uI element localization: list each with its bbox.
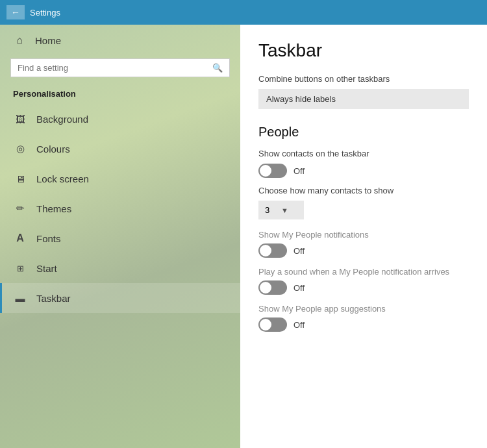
- colours-icon: ◎: [13, 142, 27, 156]
- contacts-count-value: 3: [265, 205, 281, 215]
- sidebar: ⌂ Home 🔍 Personalisation 🖼 Background ◎ …: [0, 25, 240, 448]
- my-people-notifications-toggle[interactable]: [258, 243, 287, 258]
- play-sound-toggle[interactable]: [258, 280, 287, 295]
- fonts-icon: A: [13, 231, 27, 245]
- my-people-notifications-label: Show My People notifications: [258, 230, 469, 240]
- sidebar-item-fonts[interactable]: A Fonts: [0, 223, 240, 253]
- search-input[interactable]: [18, 63, 212, 73]
- fonts-label: Fonts: [36, 233, 61, 244]
- home-label: Home: [35, 35, 61, 46]
- colours-label: Colours: [36, 143, 70, 155]
- page-title: Taskbar: [258, 40, 469, 61]
- play-sound-label: Play a sound when a My People notificati…: [258, 267, 469, 277]
- combine-buttons-dropdown[interactable]: Always hide labels: [258, 89, 469, 109]
- title-bar: ← Settings: [0, 0, 487, 25]
- sidebar-item-home[interactable]: ⌂ Home: [0, 25, 240, 56]
- taskbar-icon: ▬: [13, 291, 27, 305]
- choose-contacts-label: Choose how many contacts to show: [258, 186, 469, 195]
- app-title: Settings: [30, 8, 60, 18]
- my-people-notifications-toggle-thumb: [260, 245, 271, 256]
- combine-buttons-label: Combine buttons on other taskbars: [258, 74, 469, 84]
- themes-label: Themes: [36, 203, 71, 214]
- play-sound-toggle-label: Off: [293, 283, 305, 293]
- taskbar-label: Taskbar: [36, 293, 71, 304]
- my-people-notifications-toggle-row: Off: [258, 243, 469, 258]
- combine-buttons-value: Always hide labels: [266, 94, 336, 104]
- content-area: Taskbar Combine buttons on other taskbar…: [240, 25, 487, 448]
- app-suggestions-toggle-row: Off: [258, 317, 469, 332]
- show-contacts-toggle-row: Off: [258, 164, 469, 178]
- start-icon: ⊞: [13, 261, 27, 275]
- sidebar-item-themes[interactable]: ✏ Themes: [0, 193, 240, 223]
- start-label: Start: [36, 263, 57, 274]
- contacts-dropdown-arrow-icon: ▼: [281, 206, 297, 214]
- lock-screen-label: Lock screen: [36, 173, 89, 184]
- my-people-notifications-toggle-label: Off: [293, 246, 305, 256]
- contacts-count-dropdown[interactable]: 3 ▼: [258, 201, 304, 219]
- play-sound-toggle-row: Off: [258, 280, 469, 295]
- lock-screen-icon: 🖥: [13, 171, 27, 186]
- sidebar-item-taskbar[interactable]: ▬ Taskbar: [0, 283, 240, 313]
- background-label: Background: [36, 114, 88, 125]
- search-icon[interactable]: 🔍: [212, 63, 223, 73]
- play-sound-toggle-thumb: [260, 282, 271, 293]
- people-section-title: People: [258, 125, 469, 140]
- sidebar-item-lock-screen[interactable]: 🖥 Lock screen: [0, 164, 240, 193]
- show-contacts-toggle-label: Off: [293, 166, 305, 176]
- app-suggestions-toggle[interactable]: [258, 317, 287, 332]
- themes-icon: ✏: [13, 201, 27, 216]
- show-contacts-label: Show contacts on the taskbar: [258, 149, 469, 158]
- show-contacts-toggle-thumb: [260, 165, 271, 177]
- app-suggestions-label: Show My People app suggestions: [258, 304, 469, 314]
- show-contacts-toggle[interactable]: [258, 164, 287, 178]
- sidebar-item-background[interactable]: 🖼 Background: [0, 104, 240, 134]
- app-suggestions-toggle-label: Off: [293, 320, 305, 330]
- home-icon: ⌂: [13, 34, 26, 47]
- background-icon: 🖼: [13, 112, 27, 126]
- section-label: Personalisation: [0, 84, 240, 104]
- app-suggestions-toggle-thumb: [260, 319, 271, 330]
- sidebar-item-start[interactable]: ⊞ Start: [0, 253, 240, 283]
- back-icon: ←: [11, 7, 20, 18]
- sidebar-item-colours[interactable]: ◎ Colours: [0, 134, 240, 164]
- back-button[interactable]: ←: [6, 5, 25, 19]
- search-box: 🔍: [10, 58, 230, 77]
- main-layout: ⌂ Home 🔍 Personalisation 🖼 Background ◎ …: [0, 25, 487, 448]
